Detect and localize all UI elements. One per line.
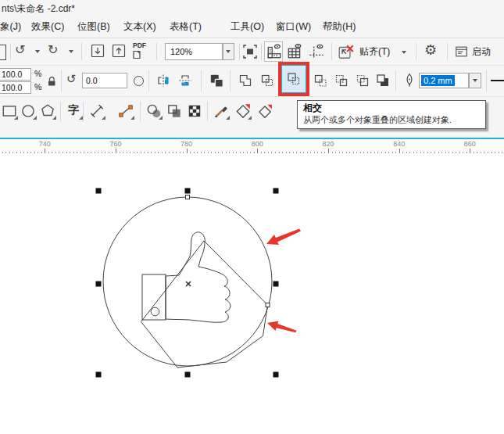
selection-handle[interactable]: [273, 372, 279, 378]
menu-bitmaps[interactable]: 位图(B): [77, 16, 110, 38]
curve-node[interactable]: [186, 195, 190, 199]
scale-x-field[interactable]: 100.0: [0, 68, 31, 81]
combine-button[interactable]: [208, 72, 225, 89]
guidelines-toggle-button[interactable]: [308, 43, 325, 60]
horizontal-ruler[interactable]: 740760780800820840860: [0, 139, 504, 154]
snap-off-button[interactable]: [338, 43, 355, 60]
hand-cuff-shape[interactable]: [142, 274, 166, 320]
drawing-canvas[interactable]: [0, 153, 504, 434]
zoom-level-combo[interactable]: 120%: [165, 43, 223, 60]
percent-x-label: %: [34, 69, 41, 78]
flyout-indicator: [102, 116, 105, 120]
paste-icon[interactable]: [0, 45, 6, 60]
dimension-tool[interactable]: [88, 102, 105, 120]
mirror-horizontal-icon: [155, 73, 171, 88]
outline-pen-button[interactable]: [402, 72, 419, 89]
trim-button[interactable]: [259, 73, 277, 90]
divider: [239, 43, 240, 60]
scale-y-field[interactable]: 100.0: [0, 81, 31, 94]
ellipse-tool[interactable]: [20, 102, 37, 120]
selection-handle[interactable]: [96, 372, 102, 378]
import-button[interactable]: [90, 43, 107, 60]
menu-object[interactable]: 象(J): [0, 16, 21, 38]
drawing-svg[interactable]: [0, 153, 504, 434]
window-title: nts\未命名 -2.cdr*: [2, 2, 75, 16]
grid-toggle-button[interactable]: [286, 43, 303, 60]
redo-button[interactable]: ↻: [48, 42, 58, 57]
text-tool[interactable]: 字: [66, 102, 83, 120]
undo-button[interactable]: ↺: [15, 42, 25, 57]
rotation-icon: ↺: [66, 72, 77, 86]
selection-handle[interactable]: [96, 188, 102, 194]
divider: [148, 70, 149, 91]
rectangle-tool[interactable]: [1, 102, 18, 120]
shadow-tool[interactable]: [145, 102, 163, 120]
outline-width-combo[interactable]: 0.2 mm: [419, 73, 469, 88]
undo-dropdown-icon[interactable]: [35, 50, 40, 53]
zoom-dropdown-button[interactable]: [223, 43, 234, 60]
cuff-button-shape[interactable]: [151, 307, 159, 316]
mirror-vertical-icon: [177, 73, 193, 88]
lock-ratio-button[interactable]: [45, 74, 58, 87]
curve-node[interactable]: [266, 303, 270, 307]
annotation-arrow: [266, 229, 301, 246]
back-minus-front-button[interactable]: [355, 73, 372, 90]
fullscreen-preview-button[interactable]: [242, 44, 259, 61]
selection-center-mark[interactable]: [186, 282, 191, 286]
circle-shape[interactable]: [103, 197, 272, 366]
line-style-preview[interactable]: [491, 80, 504, 81]
ruler-label: 840: [393, 140, 405, 148]
selection-handle[interactable]: [96, 282, 102, 287]
launch-label[interactable]: 启动: [472, 38, 491, 65]
export-button[interactable]: [111, 43, 128, 60]
menu-tools[interactable]: 工具(O): [231, 16, 264, 38]
menu-text[interactable]: 文本(X): [123, 16, 156, 38]
eyedropper-tool[interactable]: [213, 102, 230, 120]
scale-x-value: 100.0: [2, 70, 22, 79]
snap-to-label[interactable]: 贴齐(T): [359, 38, 390, 65]
options-gear-button[interactable]: ⚙: [424, 41, 437, 59]
redo-dropdown-icon[interactable]: [69, 50, 73, 53]
mirror-vertical-button[interactable]: [177, 73, 195, 90]
selection-handle[interactable]: [185, 188, 191, 194]
menu-bar: 象(J) 效果(C) 位图(B) 文本(X) 表格(T) 工具(O) 窗口(W)…: [0, 16, 504, 38]
simplify-button[interactable]: [313, 73, 330, 90]
percent-y-label: %: [34, 82, 41, 91]
weld-button[interactable]: [238, 73, 255, 90]
menu-window[interactable]: 窗口(W): [276, 16, 311, 38]
title-bar: nts\未命名 -2.cdr*: [0, 0, 504, 16]
front-minus-back-button[interactable]: [334, 73, 351, 90]
polygon-tool[interactable]: [39, 102, 56, 120]
create-boundary-button[interactable]: [375, 73, 392, 90]
ruler-label: 820: [322, 140, 334, 148]
back-minus-front-icon: [355, 73, 370, 88]
scale-y-value: 100.0: [2, 83, 22, 92]
flyout-indicator: [33, 116, 37, 120]
property-bar: 100.0 100.0 % % ↺ 0.0: [0, 66, 504, 97]
rotation-angle-field[interactable]: 0.0: [82, 73, 127, 88]
interactive-fill-tool[interactable]: [234, 102, 252, 120]
transparency-tool[interactable]: [166, 102, 183, 120]
rulers-toggle-button[interactable]: [264, 41, 283, 62]
snap-dropdown-icon[interactable]: [402, 51, 406, 54]
smart-fill-tool[interactable]: [256, 102, 273, 120]
menu-help[interactable]: 帮助(H): [323, 16, 356, 38]
launcher-button[interactable]: [455, 45, 469, 59]
menu-table[interactable]: 表格(T): [170, 16, 202, 38]
outline-width-dropdown[interactable]: [469, 73, 481, 88]
divider: [416, 43, 416, 60]
selection-handle[interactable]: [185, 372, 191, 378]
mirror-horizontal-button[interactable]: [155, 73, 173, 90]
publish-pdf-button[interactable]: PDF: [131, 41, 152, 62]
polygon-shape[interactable]: [141, 241, 268, 368]
launcher-window-icon: [455, 45, 469, 59]
menu-effects[interactable]: 效果(C): [31, 16, 64, 38]
selection-handle[interactable]: [273, 282, 279, 287]
pattern-fill-tool[interactable]: [186, 102, 203, 120]
smart-fill-icon: [256, 102, 273, 120]
ruler-ticks: 740760780800820840860: [0, 139, 504, 153]
divider: [261, 43, 262, 60]
bezier-tool[interactable]: [117, 102, 134, 120]
intersect-button[interactable]: [281, 65, 306, 93]
selection-handle[interactable]: [273, 188, 279, 194]
